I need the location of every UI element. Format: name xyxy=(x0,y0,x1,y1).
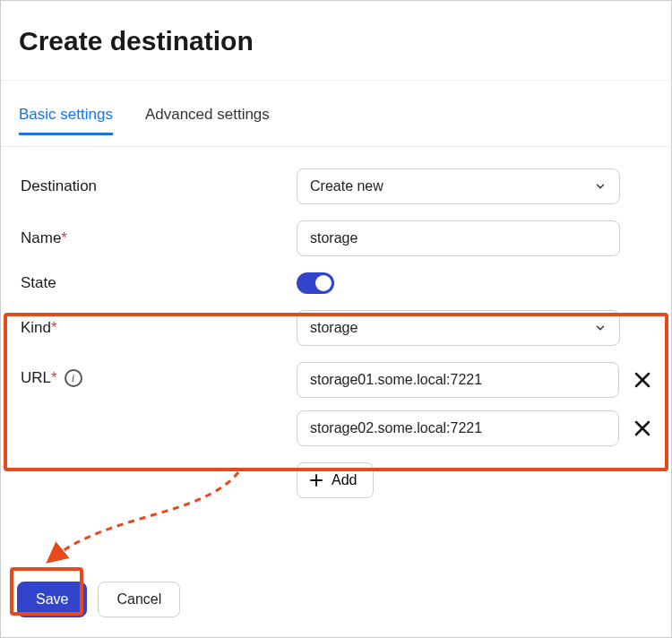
destination-select-value: Create new xyxy=(310,178,383,194)
destination-select[interactable]: Create new xyxy=(297,168,620,204)
label-destination: Destination xyxy=(19,177,297,195)
close-icon[interactable] xyxy=(632,418,653,439)
label-kind: Kind* xyxy=(19,319,297,337)
plus-icon xyxy=(308,472,324,488)
label-kind-text: Kind xyxy=(21,319,51,336)
url-input-1[interactable]: storage02.some.local:7221 xyxy=(297,410,619,446)
tabs: Basic settings Advanced settings xyxy=(19,106,653,135)
label-state-text: State xyxy=(21,274,56,292)
url-input-0-value: storage01.some.local:7221 xyxy=(310,372,482,388)
url-input-1-value: storage02.some.local:7221 xyxy=(310,420,482,436)
label-destination-text: Destination xyxy=(21,177,97,195)
label-name-text: Name xyxy=(21,229,61,246)
add-button-label: Add xyxy=(332,472,357,488)
save-button[interactable]: Save xyxy=(17,582,87,617)
required-mark: * xyxy=(51,319,57,336)
state-toggle[interactable] xyxy=(297,272,334,294)
kind-select[interactable]: storage xyxy=(297,310,620,346)
required-mark: * xyxy=(51,369,57,386)
chevron-down-icon xyxy=(594,180,607,193)
name-input[interactable]: storage xyxy=(297,220,620,256)
state-toggle-knob xyxy=(315,275,332,291)
label-url-text: URL xyxy=(21,369,51,386)
name-input-value: storage xyxy=(310,230,358,246)
label-url: URL* i xyxy=(19,362,297,387)
required-mark: * xyxy=(61,229,67,246)
tab-basic-settings[interactable]: Basic settings xyxy=(19,106,113,135)
close-icon[interactable] xyxy=(632,369,653,391)
label-name: Name* xyxy=(19,229,297,247)
info-icon[interactable]: i xyxy=(65,369,82,387)
url-input-0[interactable]: storage01.some.local:7221 xyxy=(297,362,619,398)
label-state: State xyxy=(19,274,297,292)
tab-advanced-settings[interactable]: Advanced settings xyxy=(145,106,270,135)
cancel-button[interactable]: Cancel xyxy=(98,582,180,617)
page-title: Create destination xyxy=(19,26,653,56)
chevron-down-icon xyxy=(594,322,607,334)
add-button[interactable]: Add xyxy=(297,462,374,498)
kind-select-value: storage xyxy=(310,320,358,336)
